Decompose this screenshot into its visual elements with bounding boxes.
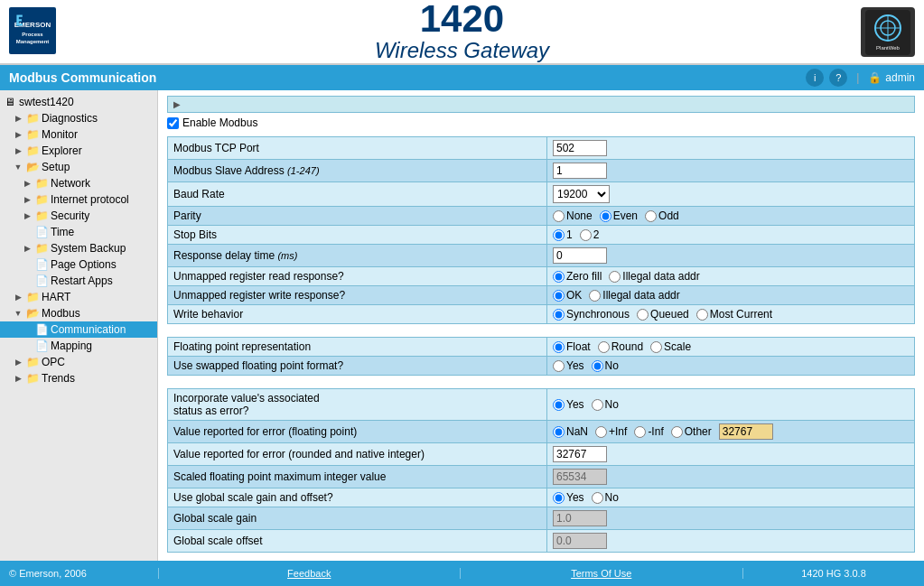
table-row: Global scale gain — [168, 507, 915, 530]
enable-modbus-label[interactable]: Enable Modbus — [182, 116, 257, 129]
folder-icon: 📁 — [26, 112, 39, 125]
baud-rate-select[interactable]: 1200 2400 4800 9600 19200 38400 57600 11… — [553, 185, 610, 203]
error-neginf-radio[interactable] — [634, 426, 646, 438]
field-value-scale-offset — [547, 530, 915, 553]
swapped-yes-radio[interactable] — [553, 360, 565, 372]
write-behavior-mostcurrent-radio[interactable] — [696, 309, 708, 321]
toggle-hart[interactable]: ▶ — [13, 292, 23, 302]
footer-terms[interactable]: Terms Of Use — [461, 568, 744, 579]
footer-feedback[interactable]: Feedback — [158, 568, 461, 579]
scaled-max-input[interactable] — [553, 469, 607, 485]
error-other-radio[interactable] — [671, 426, 683, 438]
folder-icon-trends: 📁 — [26, 372, 39, 385]
toggle-network[interactable]: ▶ — [22, 178, 33, 189]
app-title-sub: Wireless Gateway — [375, 38, 549, 63]
title-area: 1420 Wireless Gateway — [375, 0, 549, 63]
toggle-diagnostics[interactable]: ▶ — [13, 113, 23, 124]
logo: EMERSON Process Management — [9, 7, 56, 54]
folder-icon-explorer: 📁 — [26, 144, 39, 157]
enable-modbus-checkbox[interactable] — [167, 117, 179, 129]
global-scale-group: Yes No — [553, 491, 909, 504]
write-behavior-queued-radio[interactable] — [637, 309, 649, 321]
sidebar-item-network[interactable]: ▶ 📁 Network — [0, 175, 157, 191]
sidebar-item-restart-apps[interactable]: 📄 Restart Apps — [0, 273, 157, 289]
sidebar-item-modbus[interactable]: ▼ 📂 Modbus — [0, 305, 157, 321]
swapped-no-radio[interactable] — [592, 360, 603, 372]
unmapped-write-ok-radio[interactable] — [553, 290, 565, 302]
tcp-port-input[interactable] — [553, 140, 607, 156]
parity-radio-group: None Even Odd — [553, 209, 909, 222]
unmapped-write-ok-item: OK — [553, 289, 582, 302]
svg-text:PlantWeb: PlantWeb — [876, 45, 901, 51]
field-label-tcp-port: Modbus TCP Port — [168, 137, 547, 160]
toggle-trends[interactable]: ▶ — [13, 373, 23, 384]
sidebar-item-swtest1420[interactable]: 🖥 swtest1420 — [0, 94, 157, 110]
sidebar-item-security[interactable]: ▶ 📁 Security — [0, 208, 157, 224]
unmapped-write-illegal-radio[interactable] — [589, 290, 601, 302]
toggle-explorer[interactable]: ▶ — [13, 145, 23, 156]
error-nan-radio[interactable] — [553, 426, 565, 438]
sidebar-item-setup[interactable]: ▼ 📂 Setup — [0, 159, 157, 175]
error-posinf-radio[interactable] — [595, 426, 607, 438]
toggle-security[interactable]: ▶ — [22, 210, 33, 221]
admin-label: admin — [885, 71, 915, 84]
toggle-system-backup[interactable]: ▶ — [22, 243, 33, 254]
sidebar-item-monitor[interactable]: ▶ 📁 Monitor — [0, 126, 157, 143]
table-row: Floating point representation Float Roun… — [168, 338, 915, 357]
field-value-swapped: Yes No — [547, 357, 915, 376]
field-label-write-behavior: Write behavior — [168, 305, 547, 324]
write-behavior-mostcurrent-item: Most Current — [696, 308, 772, 321]
help-icon[interactable]: ? — [829, 69, 847, 87]
response-delay-input[interactable] — [553, 247, 607, 264]
parity-odd-radio[interactable] — [645, 210, 657, 222]
parity-even-radio[interactable] — [600, 210, 611, 222]
sidebar-item-page-options[interactable]: 📄 Page Options — [0, 256, 157, 273]
sidebar-item-time[interactable]: 📄 Time — [0, 224, 157, 240]
field-label-error-float: Value reported for error (floating point… — [168, 421, 547, 443]
inc-status-no-radio[interactable] — [592, 399, 603, 411]
global-scale-yes-radio[interactable] — [553, 492, 565, 504]
unmapped-write-group: OK Illegal data addr — [553, 289, 909, 302]
fp-round-radio[interactable] — [598, 341, 610, 353]
parity-none-label: None — [566, 209, 593, 222]
toggle-modbus[interactable]: ▼ — [13, 308, 23, 319]
svg-marker-4 — [16, 14, 22, 25]
sidebar-item-explorer[interactable]: ▶ 📁 Explorer — [0, 143, 157, 159]
toggle-internet-protocol[interactable]: ▶ — [22, 194, 33, 205]
sidebar-item-system-backup[interactable]: ▶ 📁 System Backup — [0, 240, 157, 256]
global-scale-no-radio[interactable] — [592, 492, 603, 504]
inc-status-yes-radio[interactable] — [553, 399, 565, 411]
sidebar-item-diagnostics[interactable]: ▶ 📁 Diagnostics — [0, 110, 157, 126]
field-value-slave-addr — [547, 160, 915, 182]
write-behavior-sync-radio[interactable] — [553, 309, 565, 321]
error-rounded-input[interactable] — [553, 446, 607, 462]
fp-float-radio[interactable] — [553, 341, 565, 353]
parity-none-radio[interactable] — [553, 210, 565, 222]
sidebar-item-trends[interactable]: ▶ 📁 Trends — [0, 370, 157, 386]
fp-scale-radio[interactable] — [650, 341, 662, 353]
unmapped-read-illegal-radio[interactable] — [609, 271, 621, 283]
sidebar-item-opc[interactable]: ▶ 📁 OPC — [0, 354, 157, 370]
toggle-monitor[interactable]: ▶ — [13, 129, 23, 140]
toggle-opc[interactable]: ▶ — [13, 357, 23, 367]
field-value-parity: None Even Odd — [547, 207, 915, 226]
error-posinf-item: +Inf — [595, 425, 627, 438]
scale-gain-input[interactable] — [553, 510, 607, 526]
stop-bits-1-radio[interactable] — [553, 229, 565, 241]
error-other-input[interactable] — [719, 423, 773, 440]
unmapped-write-ok-label: OK — [566, 289, 582, 302]
fp-scale-label: Scale — [664, 340, 691, 353]
sidebar-item-communication[interactable]: 📄 Communication — [0, 321, 157, 338]
toggle-setup[interactable]: ▼ — [13, 162, 23, 172]
sidebar-item-hart[interactable]: ▶ 📁 HART — [0, 289, 157, 305]
info-icon[interactable]: i — [806, 69, 824, 87]
sidebar-item-internet-protocol[interactable]: ▶ 📁 Internet protocol — [0, 191, 157, 208]
unmapped-read-zerofill-radio[interactable] — [553, 271, 565, 283]
folder-icon-network: 📁 — [35, 177, 48, 190]
slave-addr-input[interactable] — [553, 163, 607, 179]
swapped-yes-item: Yes — [553, 359, 584, 372]
stop-bits-2-radio[interactable] — [580, 229, 592, 241]
scale-offset-input[interactable] — [553, 533, 607, 549]
sidebar-item-mapping[interactable]: 📄 Mapping — [0, 338, 157, 354]
field-value-unmapped-write: OK Illegal data addr — [547, 286, 915, 305]
